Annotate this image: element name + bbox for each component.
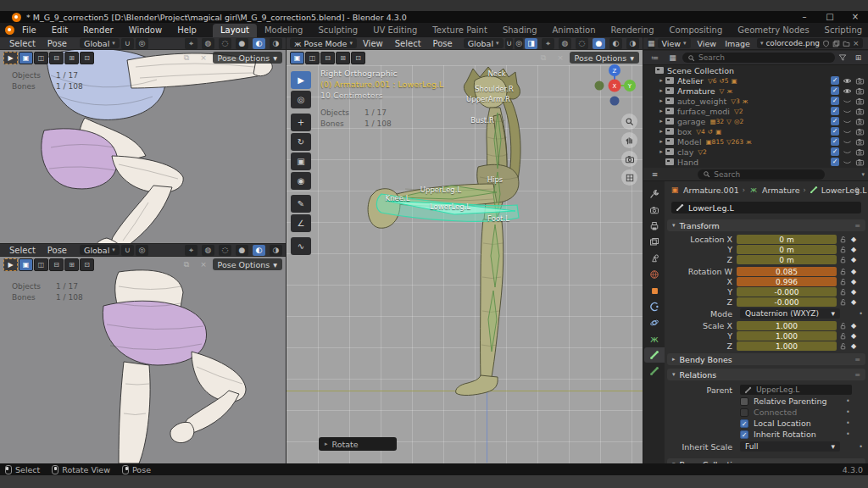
- properties-tab-object-constraints[interactable]: [644, 299, 665, 314]
- outliner-row-model[interactable]: ▸Model▣815▽263ж✓: [643, 136, 868, 147]
- properties-tab-output[interactable]: [644, 219, 665, 234]
- workspace-tab-geometry-nodes[interactable]: Geometry Nodes: [730, 24, 816, 37]
- workspace-tab-layout[interactable]: Layout: [213, 24, 257, 37]
- minimize-button[interactable]: –: [792, 11, 817, 23]
- keyframe-diamond-icon[interactable]: ◆: [849, 322, 859, 330]
- lock-icon[interactable]: [837, 246, 849, 253]
- app-menu-edit[interactable]: Edit: [44, 23, 75, 37]
- mirror-icon[interactable]: ⧉: [537, 53, 550, 64]
- open-image-folder-icon[interactable]: [843, 40, 850, 47]
- browse-image-icon[interactable]: ▾: [760, 40, 764, 47]
- blender-menu-icon[interactable]: [5, 25, 14, 35]
- lock-icon[interactable]: [837, 332, 849, 340]
- expand-arrow-icon[interactable]: ▸: [657, 97, 665, 104]
- editor-divider[interactable]: [286, 37, 287, 463]
- keyframe-diamond-icon[interactable]: ◆: [849, 342, 859, 350]
- lock-icon[interactable]: [837, 256, 849, 263]
- select-mode-intersect-icon[interactable]: ⊡: [80, 52, 94, 64]
- properties-tab-tool[interactable]: [644, 186, 665, 202]
- outliner-row-garage[interactable]: ▸garage▦32▽◎2✓: [643, 116, 868, 126]
- overlays-icon[interactable]: ◍: [202, 245, 214, 256]
- pose-breakdowner-tool-icon[interactable]: ∿: [291, 237, 311, 255]
- properties-search[interactable]: Search: [698, 169, 825, 180]
- active-tool-icon[interactable]: ▶: [3, 258, 18, 271]
- lock-icon[interactable]: [837, 298, 849, 306]
- expand-arrow-icon[interactable]: ▸: [657, 108, 665, 114]
- viewport-menu-pose[interactable]: Pose: [427, 37, 459, 50]
- select-mode-subtract-icon[interactable]: ⊟: [49, 258, 64, 271]
- image-menu-view[interactable]: View: [693, 37, 721, 50]
- select-mode-subtract-icon[interactable]: ⊟: [49, 52, 64, 64]
- clear-x-icon[interactable]: ×: [554, 53, 567, 64]
- outliner-row-box[interactable]: ▸box▽4↺▣✓: [643, 126, 868, 136]
- show-gizmo-icon[interactable]: ⌖: [542, 38, 554, 49]
- bone-label-lowerleg-l[interactable]: LowerLeg.L: [430, 202, 470, 211]
- proportional-edit-icon[interactable]: ◎: [136, 38, 148, 49]
- app-menu-file[interactable]: File: [14, 23, 44, 37]
- workspace-tab-scripting[interactable]: Scripting: [817, 24, 868, 37]
- snap-magnet-icon[interactable]: ∪: [121, 245, 134, 256]
- camera-visibility-icon[interactable]: [855, 158, 865, 167]
- lock-icon[interactable]: [837, 268, 849, 275]
- inherit-scale-dropdown[interactable]: Full▾: [740, 441, 840, 452]
- transform-panel-header[interactable]: ▾Transform≡: [667, 219, 865, 231]
- eye-closed-icon[interactable]: [843, 158, 852, 167]
- select-mode-invert-icon[interactable]: ⊞: [336, 52, 350, 64]
- lock-icon[interactable]: [837, 236, 849, 243]
- breadcrumb-object[interactable]: Armature.001: [683, 186, 739, 195]
- bone-name-field[interactable]: LowerLeg.L: [671, 202, 861, 214]
- expand-arrow-icon[interactable]: ▸: [657, 128, 665, 135]
- properties-tab-view-layer[interactable]: [644, 235, 665, 250]
- workspace-tab-modeling[interactable]: Modeling: [257, 24, 311, 37]
- image-menu-image[interactable]: Image: [721, 37, 754, 50]
- transform-value-field[interactable]: 1.000: [737, 341, 837, 351]
- show-gizmo-icon[interactable]: ⌖: [185, 245, 198, 256]
- viewport-right-ortho[interactable]: жPose Mode▾ ViewSelectPose Global▾ ∪ ◎ ◨…: [287, 37, 643, 463]
- transform-orientation-dropdown[interactable]: Global▾: [80, 245, 120, 255]
- keyframe-diamond-icon[interactable]: ◆: [849, 268, 859, 275]
- viewport-front[interactable]: SelectPose Global▾ ∪ ◎ ⌖ ◍ ◌ ● ◐ ◑ ▶ ▣ ◫…: [0, 37, 286, 243]
- shading-wireframe-icon[interactable]: ◌: [219, 245, 231, 256]
- display-mode-icon[interactable]: ≔: [648, 53, 661, 64]
- shading-rendered-icon[interactable]: ◑: [270, 38, 282, 49]
- app-menu-window[interactable]: Window: [121, 23, 170, 37]
- overlays-icon[interactable]: ◍: [202, 38, 214, 49]
- bone-label-neck[interactable]: Neck: [487, 69, 505, 78]
- camera-visibility-icon[interactable]: [855, 86, 865, 96]
- viewport-menu-pose[interactable]: Pose: [42, 37, 73, 50]
- camera-view-icon[interactable]: [621, 151, 637, 167]
- pose-options-dropdown[interactable]: Pose Options▾: [213, 258, 282, 270]
- measure-tool-icon[interactable]: ∠: [291, 214, 311, 232]
- lock-icon[interactable]: [837, 322, 849, 330]
- perspective-toggle-icon[interactable]: [621, 169, 637, 186]
- active-tool-icon[interactable]: ▶: [3, 52, 18, 64]
- bone-label-shoulder-r[interactable]: Shoulder.R: [475, 85, 514, 93]
- exclude-checkbox[interactable]: ✓: [831, 147, 839, 156]
- transform-tool-icon[interactable]: ◉: [291, 172, 311, 190]
- pose-options-dropdown[interactable]: Pose Options▾: [213, 52, 282, 64]
- camera-visibility-icon[interactable]: [855, 76, 865, 86]
- exclude-checkbox[interactable]: ✓: [831, 107, 839, 115]
- mirror-icon[interactable]: ⧉: [181, 259, 193, 270]
- camera-visibility-icon[interactable]: [855, 107, 865, 116]
- shading-solid-icon[interactable]: ●: [236, 38, 248, 49]
- expand-arrow-icon[interactable]: ▸: [657, 138, 665, 145]
- eye-closed-icon[interactable]: [843, 127, 852, 136]
- relations-panel-header[interactable]: ▾Relations≡: [667, 369, 865, 380]
- select-mode-set-icon[interactable]: ▣: [19, 52, 33, 64]
- expand-arrow-icon[interactable]: ▸: [657, 87, 665, 94]
- camera-visibility-icon[interactable]: [855, 97, 865, 106]
- outliner-row-armature[interactable]: ▸Armature▽ж✓: [643, 86, 868, 96]
- transform-value-field[interactable]: 0.996: [737, 277, 837, 286]
- keyframe-diamond-icon[interactable]: ◆: [849, 278, 859, 286]
- transform-value-field[interactable]: 1.000: [737, 321, 837, 330]
- select-mode-extend-icon[interactable]: ◫: [34, 52, 48, 64]
- animate-dot[interactable]: •: [846, 430, 850, 438]
- shading-solid-icon[interactable]: ●: [236, 245, 248, 256]
- exclude-checkbox[interactable]: ✓: [831, 127, 839, 136]
- select-mode-set-icon[interactable]: ▣: [290, 52, 304, 64]
- close-button[interactable]: ×: [843, 11, 868, 23]
- workspace-tab-sculpting[interactable]: Sculpting: [310, 24, 365, 37]
- cursor-tool-icon[interactable]: ◎: [291, 91, 311, 108]
- outliner-search[interactable]: Search: [682, 53, 835, 63]
